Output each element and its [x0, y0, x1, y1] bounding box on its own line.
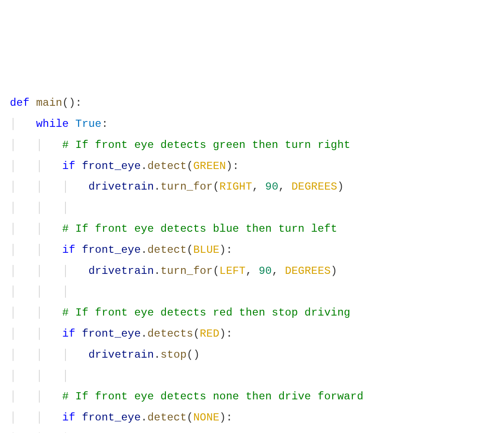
punctuation: ():	[62, 97, 82, 109]
identifier: front_eye	[82, 411, 141, 424]
function-name: main	[36, 97, 62, 109]
method: detect	[148, 411, 187, 424]
punctuation: (	[213, 265, 220, 277]
code-line: │ │ │	[10, 202, 69, 214]
code-line: │ │ │	[10, 286, 69, 298]
punctuation: ()	[187, 349, 200, 361]
punctuation: .	[141, 244, 148, 256]
identifier: front_eye	[82, 328, 141, 340]
indent-guide: │ │	[10, 328, 62, 340]
enum-degrees: DEGREES	[291, 181, 337, 193]
code-line: │ │ if front_eye.detect(GREEN):	[10, 160, 239, 172]
keyword-if: if	[62, 328, 75, 340]
method: detect	[148, 160, 187, 172]
method: turn_for	[161, 181, 213, 193]
indent-guide: │ │ │	[10, 349, 88, 361]
identifier: drivetrain	[88, 265, 154, 277]
method: stop	[161, 349, 187, 361]
code-block: def main(): │ while True: │ │ # If front…	[10, 93, 494, 433]
code-line: │ while True:	[10, 118, 108, 130]
punctuation: ,	[246, 265, 259, 277]
code-line: │ │ if front_eye.detects(RED):	[10, 328, 233, 340]
code-line: │ │ if front_eye.detect(NONE):	[10, 411, 233, 424]
code-line: │ │ # If front eye detects red then stop…	[10, 307, 350, 319]
indent-guide: │ │ │	[10, 286, 69, 298]
comment: # If front eye detects green then turn r…	[62, 139, 351, 151]
indent-guide: │ │	[10, 390, 62, 403]
code-line: │ │ │ drivetrain.stop()	[10, 349, 200, 361]
punctuation: :	[101, 118, 108, 130]
enum-left: LEFT	[219, 265, 245, 277]
punctuation: ,	[278, 181, 291, 193]
indent-guide: │ │ │	[10, 265, 88, 277]
indent-guide: │ │ │	[10, 181, 88, 193]
punctuation: (	[193, 328, 200, 340]
punctuation: (	[187, 411, 193, 424]
punctuation: ):	[226, 160, 239, 172]
punctuation: .	[154, 265, 161, 277]
indent-guide: │ │	[10, 160, 62, 172]
identifier: front_eye	[82, 244, 141, 256]
indent-guide: │ │	[10, 139, 62, 151]
comment: # If front eye detects none then drive f…	[62, 390, 364, 403]
enum-none: NONE	[193, 411, 219, 424]
code-line: │ │ │ drivetrain.turn_for(LEFT, 90, DEGR…	[10, 265, 337, 277]
keyword-if: if	[62, 160, 75, 172]
keyword-while: while	[36, 118, 69, 130]
punctuation: (	[213, 181, 220, 193]
indent-guide: │ │ │	[10, 370, 69, 382]
indent-guide: │ │	[10, 307, 62, 319]
code-line: def main():	[10, 97, 82, 109]
code-line: │ │ # If front eye detects none then dri…	[10, 390, 364, 403]
indent-guide: │ │ │	[10, 202, 69, 214]
code-line: │ │ if front_eye.detect(BLUE):	[10, 244, 233, 256]
punctuation: )	[337, 181, 344, 193]
punctuation: .	[141, 160, 148, 172]
code-line: │ │ # If front eye detects green then tu…	[10, 139, 350, 151]
method: detect	[148, 244, 187, 256]
indent-guide: │ │	[10, 411, 62, 424]
punctuation: ):	[219, 244, 232, 256]
method: turn_for	[161, 265, 213, 277]
punctuation: .	[141, 411, 148, 424]
enum-red: RED	[200, 328, 220, 340]
enum-right: RIGHT	[219, 181, 252, 193]
keyword-def: def	[10, 97, 30, 109]
punctuation: .	[154, 349, 161, 361]
punctuation: .	[154, 181, 161, 193]
identifier: drivetrain	[88, 181, 154, 193]
enum-blue: BLUE	[193, 244, 219, 256]
enum-degrees: DEGREES	[285, 265, 330, 277]
code-line: │ │ │	[10, 370, 69, 382]
indent-guide: │ │	[10, 223, 62, 235]
punctuation: ):	[219, 411, 232, 424]
constant-true: True	[75, 118, 101, 130]
identifier: drivetrain	[88, 349, 154, 361]
punctuation: (	[187, 160, 193, 172]
indent-guide: │	[10, 118, 36, 130]
punctuation: ,	[272, 265, 285, 277]
code-line: │ │ │ drivetrain.turn_for(RIGHT, 90, DEG…	[10, 181, 344, 193]
punctuation: (	[187, 244, 193, 256]
comment: # If front eye detects blue then turn le…	[62, 223, 337, 235]
number: 90	[265, 181, 278, 193]
keyword-if: if	[62, 411, 75, 424]
punctuation: )	[331, 265, 338, 277]
punctuation: ):	[219, 328, 232, 340]
number: 90	[259, 265, 272, 277]
identifier: front_eye	[82, 160, 141, 172]
code-line: │ │ # If front eye detects blue then tur…	[10, 223, 337, 235]
punctuation: .	[141, 328, 148, 340]
punctuation: ,	[252, 181, 265, 193]
keyword-if: if	[62, 244, 75, 256]
comment: # If front eye detects red then stop dri…	[62, 307, 351, 319]
indent-guide: │ │	[10, 244, 62, 256]
enum-green: GREEN	[193, 160, 226, 172]
method: detects	[148, 328, 193, 340]
